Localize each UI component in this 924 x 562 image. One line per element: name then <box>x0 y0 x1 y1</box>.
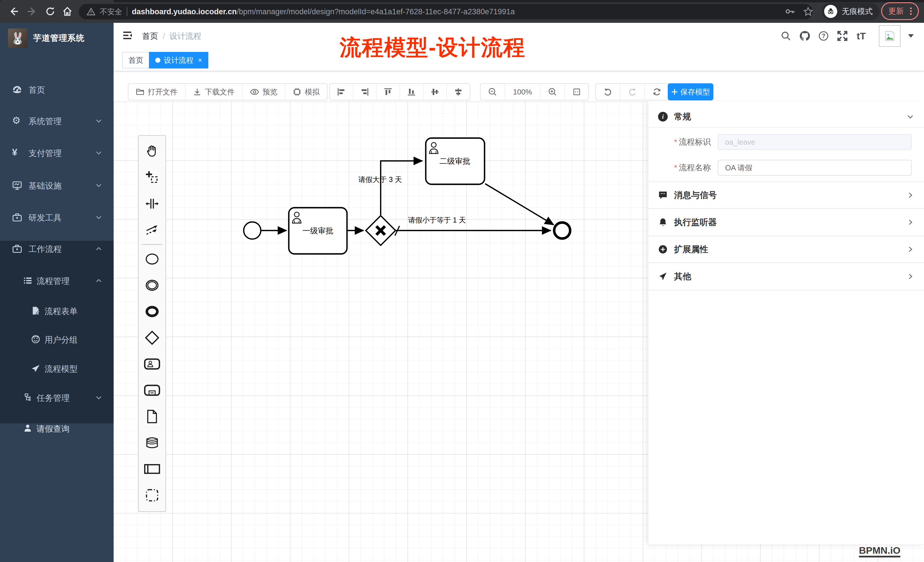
zoom-value: 100% <box>513 88 532 96</box>
user-task-level2[interactable]: 二级审批 <box>426 138 484 184</box>
flow-gateway-to-task2[interactable] <box>381 161 422 215</box>
section-general[interactable]: i 常规 <box>648 106 924 128</box>
tab-design-process[interactable]: 设计流程 × <box>149 52 208 69</box>
chevron-right-icon[interactable] <box>906 245 914 253</box>
chevron-right-icon[interactable] <box>906 218 914 226</box>
sidebar-collapse-icon[interactable] <box>122 30 133 41</box>
chevron-right-icon[interactable] <box>906 191 914 199</box>
end-event[interactable] <box>554 223 570 238</box>
address-bar[interactable]: 不安全 dashboard.yudao.iocoder.cn/bpm/manag… <box>79 4 813 19</box>
start-event[interactable] <box>244 222 261 239</box>
user-face-icon <box>31 334 41 345</box>
browser-home-button[interactable] <box>60 4 74 18</box>
active-tab-dot <box>155 58 160 63</box>
sidebar-item-process-mgmt[interactable]: 流程管理 <box>0 269 114 292</box>
url-host[interactable]: dashboard.yudao.iocoder.cn <box>132 7 237 16</box>
password-key-icon[interactable] <box>783 4 797 18</box>
breadcrumb-home[interactable]: 首页 <box>142 31 158 40</box>
preview-button[interactable]: 预览 <box>242 84 285 100</box>
close-icon[interactable]: × <box>198 56 202 64</box>
align-horizontal-center-button[interactable] <box>446 84 470 100</box>
avatar[interactable] <box>879 25 901 47</box>
tab-home[interactable]: 首页 <box>122 52 150 69</box>
simulate-button[interactable]: 模拟 <box>285 84 327 100</box>
sidebar-logo-row[interactable]: 🐰 芋道管理系统 <box>0 27 114 50</box>
section-extended-attrs[interactable]: 扩展属性 <box>648 236 924 263</box>
bookmark-star-icon[interactable] <box>801 4 815 18</box>
person-icon <box>23 423 33 434</box>
sidebar-label: 用户分组 <box>45 334 78 346</box>
search-icon[interactable] <box>780 30 792 42</box>
breadcrumb-separator: / <box>163 31 165 40</box>
sidebar-item-process-model[interactable]: 流程模型 <box>0 357 114 380</box>
align-vertical-center-button[interactable] <box>423 84 446 100</box>
sidebar-item-user-group[interactable]: 用户分组 <box>0 328 114 351</box>
chevron-right-icon[interactable] <box>906 273 914 280</box>
redo-button[interactable] <box>620 84 644 100</box>
process-name-input[interactable] <box>718 160 912 176</box>
help-icon[interactable]: ? <box>818 30 829 42</box>
bpmn-io-watermark[interactable]: BPMN.iO <box>859 546 900 558</box>
chevron-down-icon <box>95 214 102 221</box>
restart-button[interactable] <box>644 84 669 100</box>
sidebar-item-devtools[interactable]: 研发工具 <box>0 206 114 229</box>
section-title: 扩展属性 <box>674 244 708 255</box>
align-top-button[interactable] <box>376 84 399 100</box>
align-left-button[interactable] <box>330 84 353 100</box>
edge-label-gt3[interactable]: 请假大于 3 天 <box>358 175 402 183</box>
zoom-out-button[interactable] <box>480 84 504 100</box>
sidebar-item-process-form[interactable]: 流程表单 <box>0 300 114 322</box>
flow-task2-to-end[interactable] <box>485 184 554 225</box>
section-message-signal[interactable]: 消息与信号 <box>648 182 924 209</box>
browser-reload-button[interactable] <box>44 4 57 18</box>
sidebar-label: 研发工具 <box>28 212 62 224</box>
download-file-button[interactable]: 下载文件 <box>185 84 242 100</box>
process-key-input[interactable] <box>718 134 912 150</box>
browser-update-button[interactable]: 更新 <box>881 2 919 20</box>
align-right-button[interactable] <box>353 84 376 100</box>
sidebar-item-task-mgmt[interactable]: 任务管理 <box>0 386 114 409</box>
browser-active-tab[interactable] <box>0 0 114 2</box>
fullscreen-icon[interactable] <box>837 30 848 42</box>
browser-back-button[interactable] <box>7 4 21 18</box>
button-label: 打开文件 <box>148 87 177 97</box>
browser-forward-button[interactable] <box>25 4 39 18</box>
yen-icon: ¥ <box>12 147 22 157</box>
sidebar-item-infra[interactable]: 基础设施 <box>0 174 114 197</box>
not-secure-icon <box>87 7 95 16</box>
sidebar-item-leave-query[interactable]: 请假查询 <box>0 417 114 440</box>
form-edit-icon <box>31 306 41 316</box>
edge-label-le1[interactable]: 请假小于等于 1 天 <box>408 216 466 224</box>
required-mark: * <box>674 163 677 172</box>
github-icon[interactable] <box>799 30 810 42</box>
caret-down-icon[interactable] <box>908 34 914 37</box>
field-label: 流程标识 <box>679 136 711 147</box>
fit-viewport-button[interactable] <box>564 84 588 100</box>
security-label[interactable]: 不安全 <box>100 7 122 17</box>
required-mark: * <box>674 138 677 147</box>
sidebar-item-system[interactable]: ⚙ 系统管理 <box>0 109 114 132</box>
section-execution-listener[interactable]: 执行监听器 <box>648 209 924 236</box>
undo-button[interactable] <box>596 84 620 100</box>
gear-icon: ⚙ <box>12 115 22 125</box>
user-task-level1[interactable]: 一级审批 <box>289 208 347 254</box>
sidebar-label: 流程管理 <box>36 276 70 287</box>
list-icon <box>23 276 33 286</box>
url-path[interactable]: /bpm/manager/model/design?modelId=e4a1a1… <box>237 7 515 16</box>
button-label: 预览 <box>262 87 278 97</box>
open-file-button[interactable]: 打开文件 <box>128 84 185 100</box>
sidebar-item-home[interactable]: 首页 <box>0 78 114 101</box>
align-bottom-button[interactable] <box>399 84 423 100</box>
browser-menu-icon[interactable] <box>910 7 912 15</box>
section-other[interactable]: 其他 <box>648 263 924 291</box>
sidebar-item-workflow[interactable]: 工作流程 <box>0 237 114 260</box>
zoom-in-button[interactable] <box>540 84 564 100</box>
font-size-icon[interactable]: tT <box>855 30 867 42</box>
history-group <box>595 83 669 100</box>
sidebar-item-payment[interactable]: ¥ 支付管理 <box>0 141 114 164</box>
monitor-icon <box>12 180 22 190</box>
exclusive-gateway[interactable] <box>366 216 396 245</box>
zoom-level[interactable]: 100% <box>504 84 540 100</box>
chevron-down-icon[interactable] <box>906 113 914 121</box>
save-model-button[interactable]: 保存模型 <box>668 83 713 100</box>
